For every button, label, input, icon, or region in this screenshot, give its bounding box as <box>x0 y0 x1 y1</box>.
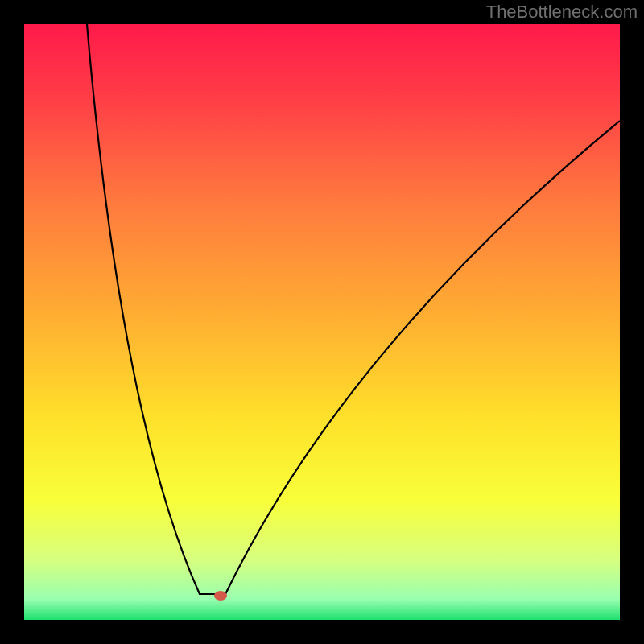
chart-svg <box>0 0 644 644</box>
plot-background <box>24 24 620 620</box>
attribution-text: TheBottleneck.com <box>486 2 638 23</box>
chart-root: TheBottleneck.com <box>0 0 644 644</box>
optimal-point-marker <box>214 591 227 601</box>
